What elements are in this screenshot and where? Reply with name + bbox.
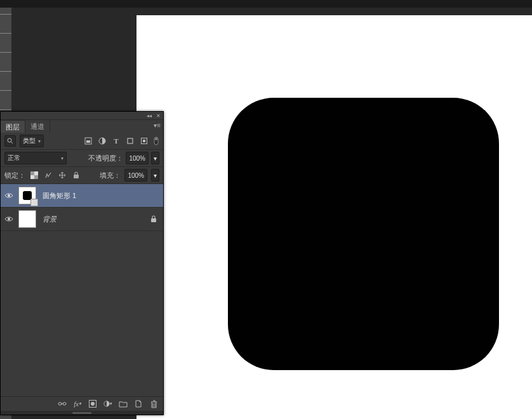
svg-rect-5 bbox=[128, 138, 133, 143]
filter-kind-label: 类型 bbox=[23, 136, 36, 145]
collapse-icon[interactable]: ◂◂ bbox=[147, 113, 152, 118]
link-layers-icon[interactable] bbox=[58, 399, 67, 408]
layer-name[interactable]: 圆角矩形 1 bbox=[40, 191, 147, 201]
chevron-down-icon: ▾ bbox=[154, 155, 157, 162]
chevron-down-icon: ▾ bbox=[154, 172, 157, 179]
vector-mask-badge bbox=[30, 199, 38, 206]
lock-transparent-icon[interactable] bbox=[29, 170, 39, 180]
new-group-icon[interactable] bbox=[119, 399, 128, 408]
panel-tabs: 图层 通道 ▾≡ bbox=[1, 120, 163, 133]
layer-row[interactable]: 圆角矩形 1 bbox=[1, 184, 163, 208]
svg-rect-12 bbox=[34, 171, 38, 175]
filter-shape-icon[interactable] bbox=[125, 136, 135, 146]
svg-rect-11 bbox=[34, 175, 38, 179]
panel-titlebar[interactable]: ◂◂ ✕ bbox=[1, 112, 163, 120]
opacity-scrubber[interactable]: ▾ bbox=[151, 152, 159, 164]
layer-style-icon[interactable]: fx▾ bbox=[73, 399, 82, 408]
svg-point-15 bbox=[8, 194, 10, 197]
svg-point-9 bbox=[155, 138, 157, 140]
opacity-value: 100% bbox=[129, 155, 145, 162]
new-layer-icon[interactable] bbox=[134, 399, 143, 408]
blend-mode-dropdown[interactable]: 正常 ▾ bbox=[4, 152, 67, 164]
opacity-label: 不透明度： bbox=[88, 154, 123, 163]
filter-pixel-icon[interactable] bbox=[83, 136, 93, 146]
panel-resize-grip[interactable] bbox=[1, 411, 163, 415]
layer-thumbnail[interactable] bbox=[18, 187, 36, 204]
lock-image-icon[interactable] bbox=[43, 170, 53, 180]
svg-rect-14 bbox=[74, 175, 79, 178]
svg-rect-13 bbox=[30, 175, 34, 179]
lock-icon bbox=[150, 215, 161, 223]
add-mask-icon[interactable] bbox=[88, 399, 97, 408]
tab-channels[interactable]: 通道 bbox=[25, 120, 50, 133]
fill-scrubber[interactable]: ▾ bbox=[151, 169, 159, 182]
document-canvas[interactable] bbox=[136, 15, 532, 419]
svg-rect-17 bbox=[151, 218, 156, 222]
chevron-down-icon: ▾ bbox=[38, 138, 41, 144]
svg-point-16 bbox=[8, 218, 10, 220]
filter-adjustment-icon[interactable] bbox=[97, 136, 107, 146]
lock-label: 锁定： bbox=[4, 171, 25, 180]
layer-name[interactable]: 背景 bbox=[40, 215, 147, 224]
delete-layer-icon[interactable] bbox=[149, 399, 158, 408]
add-adjustment-icon[interactable]: ▾ bbox=[103, 399, 112, 408]
fill-value-field[interactable]: 100% bbox=[124, 169, 147, 182]
blend-mode-value: 正常 bbox=[8, 154, 20, 163]
layer-row[interactable]: 背景 bbox=[1, 208, 163, 231]
panel-menu-icon[interactable]: ▾≡ bbox=[154, 122, 161, 129]
svg-rect-7 bbox=[143, 140, 145, 142]
layers-empty-area[interactable] bbox=[1, 231, 163, 396]
filter-toggle-switch[interactable] bbox=[153, 136, 159, 146]
filter-kind-dropdown[interactable]: 类型 ▾ bbox=[20, 135, 44, 147]
opacity-value-field[interactable]: 100% bbox=[126, 152, 149, 164]
visibility-toggle-icon[interactable] bbox=[3, 190, 15, 201]
panel-footer: fx▾ ▾ bbox=[1, 396, 163, 411]
svg-point-0 bbox=[8, 138, 11, 142]
layers-panel: ◂◂ ✕ 图层 通道 ▾≡ 类型 ▾ T bbox=[0, 111, 164, 415]
blend-opacity-row: 正常 ▾ 不透明度： 100% ▾ bbox=[1, 150, 163, 167]
search-icon[interactable] bbox=[4, 135, 16, 147]
close-icon[interactable]: ✕ bbox=[156, 113, 161, 118]
fill-label: 填充： bbox=[100, 171, 121, 180]
svg-line-1 bbox=[11, 142, 13, 144]
visibility-toggle-icon[interactable] bbox=[3, 213, 15, 225]
svg-point-22 bbox=[91, 402, 95, 406]
lock-fill-row: 锁定： 填充： 100% ▾ bbox=[1, 167, 163, 184]
fill-value: 100% bbox=[128, 172, 144, 179]
lock-all-icon[interactable] bbox=[71, 170, 81, 180]
layer-filter-row: 类型 ▾ T bbox=[1, 133, 163, 150]
chevron-down-icon: ▾ bbox=[61, 156, 63, 161]
lock-position-icon[interactable] bbox=[57, 170, 67, 180]
tab-layers[interactable]: 图层 bbox=[1, 120, 25, 133]
filter-smartobject-icon[interactable] bbox=[139, 136, 149, 146]
app-topbar bbox=[0, 0, 532, 8]
svg-rect-3 bbox=[86, 140, 90, 143]
rounded-rectangle-shape[interactable] bbox=[228, 98, 499, 370]
layers-list: 圆角矩形 1 背景 bbox=[1, 184, 163, 396]
filter-type-icon[interactable]: T bbox=[111, 136, 121, 146]
svg-rect-10 bbox=[30, 171, 34, 175]
layer-thumbnail[interactable] bbox=[18, 210, 36, 228]
